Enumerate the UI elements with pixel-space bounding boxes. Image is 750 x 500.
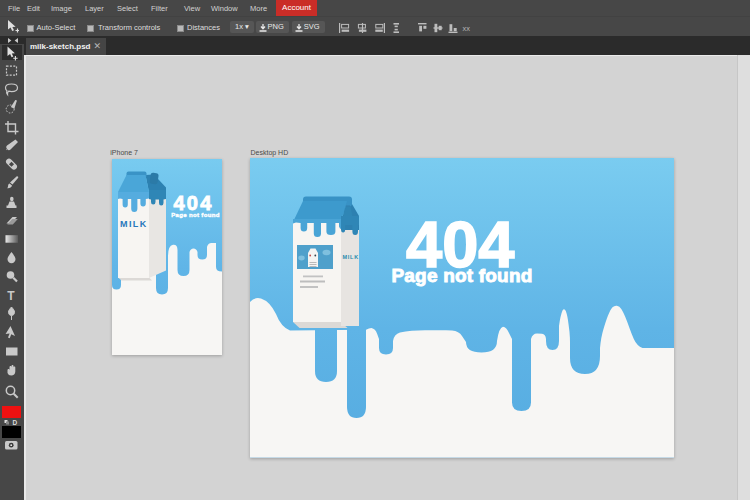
svg-text:Page not found: Page not found xyxy=(171,211,220,218)
svg-text:D: D xyxy=(13,419,18,426)
svg-text:xx: xx xyxy=(463,24,471,33)
svg-text:T: T xyxy=(7,289,15,303)
svg-text:MILK: MILK xyxy=(120,219,148,229)
svg-text:Page not found: Page not found xyxy=(391,265,532,286)
svg-text:MILK: MILK xyxy=(343,254,359,260)
